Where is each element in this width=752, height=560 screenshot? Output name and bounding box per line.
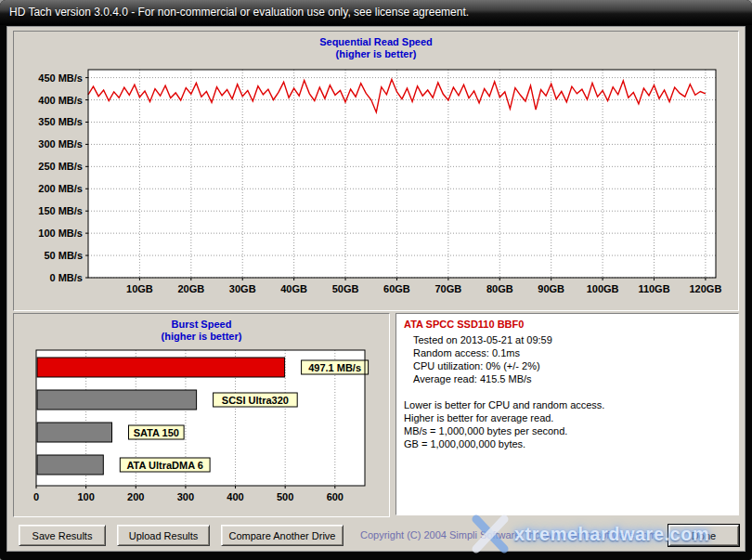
svg-text:90GB: 90GB [538, 283, 564, 294]
svg-text:100 MB/s: 100 MB/s [38, 228, 83, 239]
svg-text:400 MB/s: 400 MB/s [38, 95, 83, 106]
svg-text:100: 100 [77, 491, 94, 502]
svg-text:ATA UltraDMA 6: ATA UltraDMA 6 [126, 460, 203, 471]
svg-text:10GB: 10GB [126, 283, 153, 294]
info-note-gb: GB = 1,000,000,000 bytes. [404, 437, 731, 450]
svg-text:120GB: 120GB [689, 283, 721, 294]
svg-text:600: 600 [327, 491, 344, 502]
info-note-mbs: MB/s = 1,000,000 bytes per second. [404, 424, 731, 437]
client-area: Sequential Read Speed (higher is better)… [6, 26, 746, 552]
info-note-lower: Lower is better for CPU and random acces… [404, 398, 731, 411]
svg-text:300 MB/s: 300 MB/s [38, 138, 83, 150]
copyright-text: Copyright (C) 2004 Simpli Software, Inc.… [360, 529, 676, 540]
burst-chart-subtitle: (higher is better) [14, 331, 389, 343]
info-note-higher: Higher is better for average read. [404, 411, 731, 424]
drive-info-panel: ATA SPCC SSD110 BBF0 Tested on 2013-05-2… [395, 313, 739, 515]
svg-text:150 MB/s: 150 MB/s [38, 205, 83, 216]
svg-text:450 MB/s: 450 MB/s [38, 72, 83, 84]
sequential-read-panel: Sequential Read Speed (higher is better)… [13, 31, 739, 311]
drive-name: ATA SPCC SSD110 BBF0 [404, 318, 731, 332]
info-random-access: Random access: 0.1ms [404, 346, 731, 359]
svg-text:400: 400 [227, 491, 243, 502]
burst-chart-title: Burst Speed [14, 319, 389, 331]
svg-text:30GB: 30GB [229, 283, 256, 294]
info-cpu-utilization: CPU utilization: 0% (+/- 2%) [404, 359, 731, 372]
svg-text:60GB: 60GB [383, 283, 410, 294]
done-button[interactable]: Done [668, 525, 739, 546]
svg-text:70GB: 70GB [434, 283, 461, 294]
svg-text:20GB: 20GB [177, 283, 204, 294]
hdtach-window: HD Tach version 3.0.4.0 - For non-commer… [0, 0, 752, 560]
svg-text:250 MB/s: 250 MB/s [38, 161, 83, 172]
sequential-chart-title: Sequential Read Speed [14, 36, 738, 48]
svg-text:500: 500 [277, 491, 293, 502]
svg-text:SCSI Ultra320: SCSI Ultra320 [222, 395, 289, 406]
svg-text:80GB: 80GB [486, 283, 513, 294]
svg-text:50 MB/s: 50 MB/s [44, 250, 83, 261]
compare-another-drive-button[interactable]: Compare Another Drive [221, 525, 344, 546]
burst-speed-chart: 0100200300400500600497.1 MB/sSCSI Ultra3… [14, 345, 382, 514]
window-title: HD Tach version 3.0.4.0 - For non-commer… [9, 6, 469, 19]
upload-results-button[interactable]: Upload Results [117, 525, 210, 546]
info-blank-line [404, 385, 731, 398]
info-tested-on: Tested on 2013-05-21 at 09:59 [404, 333, 731, 346]
svg-text:110GB: 110GB [638, 283, 669, 294]
svg-text:50GB: 50GB [332, 283, 359, 294]
svg-text:497.1 MB/s: 497.1 MB/s [308, 362, 361, 373]
svg-text:100GB: 100GB [587, 283, 619, 294]
svg-text:SATA 150: SATA 150 [134, 427, 179, 438]
sequential-chart-subtitle: (higher is better) [14, 48, 738, 60]
svg-text:0: 0 [33, 491, 39, 502]
sequential-read-chart: 10GB20GB30GB40GB50GB60GB70GB80GB90GB100G… [14, 62, 736, 307]
info-average-read: Average read: 415.5 MB/s [404, 372, 731, 385]
svg-text:40GB: 40GB [280, 283, 307, 294]
svg-text:0 MB/s: 0 MB/s [50, 272, 83, 283]
save-results-button[interactable]: Save Results [19, 525, 106, 546]
titlebar[interactable]: HD Tach version 3.0.4.0 - For non-commer… [0, 0, 752, 25]
svg-text:300: 300 [177, 491, 194, 502]
svg-text:200 MB/s: 200 MB/s [38, 183, 83, 194]
svg-text:200: 200 [127, 491, 144, 502]
svg-text:350 MB/s: 350 MB/s [38, 116, 83, 127]
burst-speed-panel: Burst Speed (higher is better) 010020030… [13, 313, 390, 517]
